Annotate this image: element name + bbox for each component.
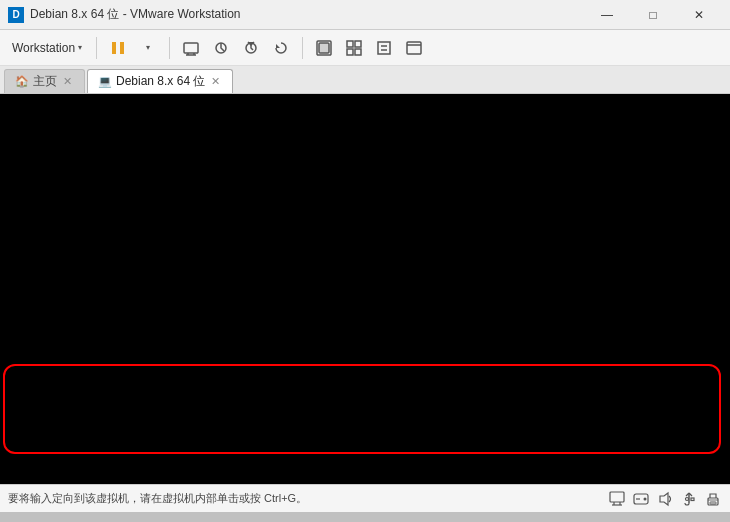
workstation-label: Workstation xyxy=(12,41,75,55)
network-status-icon[interactable] xyxy=(608,490,626,508)
maximize-button[interactable]: □ xyxy=(630,0,676,30)
sound-status-icon[interactable] xyxy=(656,490,674,508)
hdd-status-icon[interactable] xyxy=(632,490,650,508)
terminal-line-5 xyxy=(6,417,724,436)
svg-rect-1 xyxy=(120,42,124,54)
svg-point-27 xyxy=(686,497,689,500)
debian-icon: 💻 xyxy=(98,75,112,88)
printer-status-icon[interactable] xyxy=(704,490,722,508)
settings-btn[interactable] xyxy=(401,35,427,61)
terminal-line-1 xyxy=(6,192,724,211)
play-dropdown[interactable]: ▾ xyxy=(135,35,161,61)
terminal-output: root@debian:~# apt-get update Ign file: … xyxy=(0,94,730,484)
svg-point-21 xyxy=(644,497,647,500)
title-bar-left: D Debian 8.x 64 位 - VMware Workstation xyxy=(8,6,241,23)
separator-2 xyxy=(169,37,170,59)
home-icon: 🏠 xyxy=(15,75,29,88)
title-bar: D Debian 8.x 64 位 - VMware Workstation —… xyxy=(0,0,730,30)
tab-home[interactable]: 🏠 主页 ✕ xyxy=(4,69,85,93)
usb-status-icon[interactable] xyxy=(680,490,698,508)
svg-rect-0 xyxy=(112,42,116,54)
tab-bar: 🏠 主页 ✕ 💻 Debian 8.x 64 位 ✕ xyxy=(0,66,730,94)
snapshot2-icon-btn[interactable] xyxy=(238,35,264,61)
svg-rect-11 xyxy=(355,41,361,47)
svg-rect-9 xyxy=(319,43,329,53)
status-message: 要将输入定向到该虚拟机，请在虚拟机内部单击或按 Ctrl+G。 xyxy=(8,491,307,506)
terminal-line-2 xyxy=(6,248,724,267)
terminal-area[interactable]: root@debian:~# apt-get update Ign file: … xyxy=(0,94,730,484)
svg-rect-12 xyxy=(347,49,353,55)
svg-rect-2 xyxy=(184,43,198,53)
svg-rect-13 xyxy=(355,49,361,55)
view-btn[interactable] xyxy=(341,35,367,61)
app-icon: D xyxy=(8,7,24,23)
svg-rect-14 xyxy=(407,42,421,54)
minimize-button[interactable]: — xyxy=(584,0,630,30)
terminal-line-3 xyxy=(6,304,724,323)
snapshot-icon-btn[interactable] xyxy=(208,35,234,61)
workstation-dropdown-arrow: ▾ xyxy=(78,43,82,52)
workstation-menu[interactable]: Workstation ▾ xyxy=(6,38,88,58)
svg-rect-16 xyxy=(610,492,624,502)
separator-1 xyxy=(96,37,97,59)
tab-home-label: 主页 xyxy=(33,73,57,90)
tab-debian[interactable]: 💻 Debian 8.x 64 位 ✕ xyxy=(87,69,233,93)
terminal-line-4 xyxy=(6,361,724,380)
tab-home-close[interactable]: ✕ xyxy=(61,74,74,89)
unity-btn[interactable] xyxy=(371,35,397,61)
terminal-line-0 xyxy=(6,136,724,155)
svg-rect-28 xyxy=(691,498,694,501)
terminal-line-6 xyxy=(6,473,724,484)
separator-3 xyxy=(302,37,303,59)
svg-rect-32 xyxy=(710,502,716,504)
svg-marker-23 xyxy=(660,493,668,505)
restore-icon-btn[interactable] xyxy=(268,35,294,61)
pause-button[interactable] xyxy=(105,35,131,61)
status-icons xyxy=(608,490,722,508)
vm-icon-btn[interactable] xyxy=(178,35,204,61)
close-button[interactable]: ✕ xyxy=(676,0,722,30)
svg-rect-10 xyxy=(347,41,353,47)
toolbar: Workstation ▾ ▾ xyxy=(0,30,730,66)
tab-debian-label: Debian 8.x 64 位 xyxy=(116,73,205,90)
window-controls: — □ ✕ xyxy=(584,0,722,30)
tab-debian-close[interactable]: ✕ xyxy=(209,74,222,89)
fullscreen-btn[interactable] xyxy=(311,35,337,61)
status-bar: 要将输入定向到该虚拟机，请在虚拟机内部单击或按 Ctrl+G。 xyxy=(0,484,730,512)
window-title: Debian 8.x 64 位 - VMware Workstation xyxy=(30,6,241,23)
